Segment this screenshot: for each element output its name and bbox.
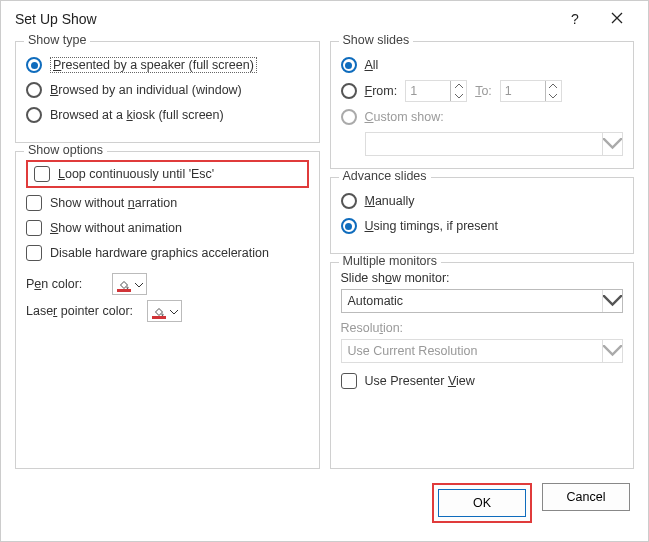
chevron-down-icon — [602, 133, 622, 155]
radio-icon — [341, 193, 357, 209]
group-legend: Multiple monitors — [339, 254, 441, 268]
check-no-animation[interactable]: Show without animation — [26, 218, 309, 238]
cancel-button[interactable]: Cancel — [542, 483, 630, 511]
help-button[interactable]: ? — [554, 4, 596, 34]
laser-color-label: Laser pointer color: — [26, 304, 133, 318]
checkbox-loop[interactable] — [34, 166, 50, 182]
radio-icon — [341, 83, 357, 99]
ok-button[interactable]: OK — [438, 489, 526, 517]
group-legend: Show options — [24, 143, 107, 157]
radio-label: Manually — [365, 194, 415, 208]
radio-icon — [341, 218, 357, 234]
check-no-narration[interactable]: Show without narration — [26, 193, 309, 213]
close-button[interactable] — [596, 4, 638, 34]
bucket-icon — [116, 276, 132, 292]
radio-icon — [341, 57, 357, 73]
laser-color-picker[interactable] — [147, 300, 182, 322]
chevron-down-icon — [451, 91, 466, 101]
titlebar: Set Up Show ? — [1, 1, 648, 37]
checkbox-icon — [26, 220, 42, 236]
radio-speaker[interactable]: Presented by a speaker (full screen) — [26, 55, 309, 75]
group-show-options: Show options Loop continuously until 'Es… — [15, 151, 320, 469]
resolution-field: Resolution: Use Current Resolution — [341, 321, 624, 363]
group-show-slides: Show slides All From: To: — [330, 41, 635, 169]
highlight-loop-option: Loop continuously until 'Esc' — [26, 160, 309, 188]
monitor-label: Slide show monitor: — [341, 271, 624, 285]
radio-icon — [26, 107, 42, 123]
from-label: From: — [365, 84, 398, 98]
radio-label: Browsed by an individual (window) — [50, 83, 242, 97]
radio-custom-show: Custom show: — [341, 107, 624, 127]
group-multiple-monitors: Multiple monitors Slide show monitor: Au… — [330, 262, 635, 469]
custom-show-combo-wrap — [341, 132, 624, 156]
pen-color-row: Pen color: — [26, 273, 309, 295]
monitor-field: Slide show monitor: Automatic — [341, 271, 624, 313]
radio-from-to[interactable]: From: To: — [341, 80, 624, 102]
pen-color-label: Pen color: — [26, 277, 82, 291]
radio-icon — [26, 82, 42, 98]
checkbox-icon — [26, 195, 42, 211]
chevron-down-icon — [602, 340, 622, 362]
left-column: Show type Presented by a speaker (full s… — [15, 41, 320, 469]
custom-show-label: Custom show: — [365, 110, 444, 124]
check-no-hw-accel[interactable]: Disable hardware graphics acceleration — [26, 243, 309, 263]
highlight-ok-button: OK — [432, 483, 532, 523]
resolution-combo: Use Current Resolution — [341, 339, 624, 363]
radio-icon — [26, 57, 42, 73]
help-icon: ? — [571, 11, 579, 27]
group-legend: Show slides — [339, 33, 414, 47]
to-label: To: — [475, 84, 492, 98]
resolution-label: Resolution: — [341, 321, 624, 335]
close-icon — [611, 11, 623, 27]
chevron-up-icon — [451, 81, 466, 91]
chevron-down-icon — [546, 91, 561, 101]
radio-label: Presented by a speaker (full screen) — [50, 57, 257, 73]
chevron-up-icon — [546, 81, 561, 91]
custom-show-combo — [365, 132, 624, 156]
to-input[interactable] — [501, 81, 545, 101]
checkbox-label: Show without narration — [50, 196, 177, 210]
to-spinner[interactable] — [500, 80, 562, 102]
checkbox-label: Show without animation — [50, 221, 182, 235]
spinner-buttons[interactable] — [545, 81, 561, 101]
checkbox-icon — [341, 373, 357, 389]
chevron-down-icon — [170, 304, 178, 318]
chevron-down-icon — [602, 290, 622, 312]
laser-color-row: Laser pointer color: — [26, 300, 309, 322]
radio-icon — [341, 109, 357, 125]
checkbox-label: Use Presenter View — [365, 374, 475, 388]
right-column: Show slides All From: To: — [330, 41, 635, 469]
radio-individual[interactable]: Browsed by an individual (window) — [26, 80, 309, 100]
group-legend: Show type — [24, 33, 90, 47]
dialog-body: Show type Presented by a speaker (full s… — [1, 37, 648, 477]
combo-value: Use Current Resolution — [342, 344, 603, 358]
checkbox-label: Disable hardware graphics acceleration — [50, 246, 269, 260]
radio-all-slides[interactable]: All — [341, 55, 624, 75]
radio-label: Using timings, if present — [365, 219, 498, 233]
monitor-combo[interactable]: Automatic — [341, 289, 624, 313]
combo-value: Automatic — [342, 294, 603, 308]
radio-label: Browsed at a kiosk (full screen) — [50, 108, 224, 122]
radio-kiosk[interactable]: Browsed at a kiosk (full screen) — [26, 105, 309, 125]
radio-timings[interactable]: Using timings, if present — [341, 216, 624, 236]
dialog-title: Set Up Show — [15, 11, 554, 27]
from-spinner[interactable] — [405, 80, 467, 102]
radio-label: All — [365, 58, 379, 72]
setup-show-dialog: Set Up Show ? Show type Presented by a s… — [0, 0, 649, 542]
from-input[interactable] — [406, 81, 450, 101]
group-show-type: Show type Presented by a speaker (full s… — [15, 41, 320, 143]
chevron-down-icon — [135, 277, 143, 291]
checkbox-label: Loop continuously until 'Esc' — [58, 167, 214, 181]
bucket-icon — [151, 303, 167, 319]
radio-manual[interactable]: Manually — [341, 191, 624, 211]
group-advance-slides: Advance slides Manually Using timings, i… — [330, 177, 635, 254]
checkbox-icon — [26, 245, 42, 261]
spinner-buttons[interactable] — [450, 81, 466, 101]
pen-color-picker[interactable] — [112, 273, 147, 295]
dialog-footer: OK Cancel — [1, 477, 648, 541]
check-presenter-view[interactable]: Use Presenter View — [341, 371, 624, 391]
group-legend: Advance slides — [339, 169, 431, 183]
